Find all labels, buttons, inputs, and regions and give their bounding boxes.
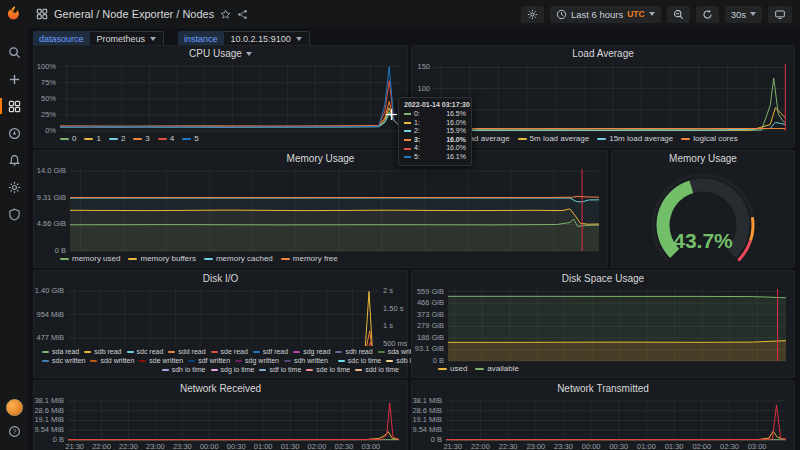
legend-series-color <box>335 351 342 353</box>
legend-item[interactable]: memory buffers <box>128 254 195 264</box>
legend-item[interactable]: sdf io time <box>259 365 301 374</box>
memory-usage-chart[interactable]: 0 B4.66 GiB9.31 GiB14.0 GiB21:3022:0022:… <box>34 166 607 253</box>
legend-series-label: 15m load average <box>609 134 673 144</box>
svg-text:?: ? <box>12 428 16 435</box>
sidebar-item-explore[interactable] <box>0 123 28 143</box>
legend-item[interactable]: 3 <box>133 134 149 144</box>
panel-title[interactable]: Memory Usage <box>34 151 607 166</box>
legend-series-color <box>42 360 49 362</box>
sidebar-item-help[interactable]: ? <box>8 424 21 442</box>
sidebar-item-alerting[interactable] <box>0 150 28 170</box>
user-avatar[interactable] <box>6 399 23 416</box>
legend-item[interactable]: sdh io time <box>162 365 206 374</box>
sidebar-item-dashboards[interactable] <box>0 96 28 116</box>
legend-series-color <box>60 138 69 140</box>
sidebar-item-search[interactable] <box>0 42 28 62</box>
legend-item[interactable]: sdf written <box>188 356 230 365</box>
breadcrumb[interactable]: General / Node Exporter / Nodes <box>36 8 248 20</box>
time-range-label: Last 6 hours <box>571 9 623 20</box>
legend-item[interactable]: memory used <box>60 254 120 264</box>
legend-series-color <box>128 258 137 260</box>
legend-item[interactable]: 1 <box>84 134 100 144</box>
timezone-label: UTC <box>627 9 644 19</box>
panel-title[interactable]: CPU Usage <box>34 46 407 61</box>
tooltip-series-row: 4:16.0% <box>404 144 466 153</box>
legend-series-color <box>182 138 191 140</box>
network-received-chart[interactable]: 0 B9.54 MiB19.1 MiB28.6 MiB38.1 MiB21:30… <box>34 396 407 450</box>
legend-item[interactable]: 0 <box>60 134 76 144</box>
share-icon[interactable] <box>237 9 248 20</box>
cycle-view-button[interactable] <box>768 6 792 23</box>
panel-network-transmitted: Network Transmitted 0 B9.54 MiB19.1 MiB2… <box>411 380 795 450</box>
legend-item[interactable]: sde written <box>139 356 183 365</box>
legend-item[interactable]: sdd io time <box>355 365 399 374</box>
gauge-value: 43.7% <box>612 229 794 253</box>
cpu-usage-chart[interactable]: 0%25%50%75%100%21:3022:0022:3023:0023:30… <box>34 61 407 133</box>
time-range-picker[interactable]: Last 6 hours UTC <box>550 6 661 23</box>
network-transmitted-chart[interactable]: 0 B9.54 MiB19.1 MiB28.6 MiB38.1 MiB21:30… <box>412 396 794 450</box>
grafana-logo[interactable] <box>0 0 28 28</box>
star-icon[interactable] <box>220 9 231 20</box>
legend-item[interactable]: sdd read <box>168 347 205 356</box>
panel-disk-io: Disk I/O 0 B477 MiB954 MiB1.40 GiB21:302… <box>33 270 408 378</box>
legend-item[interactable]: sde read <box>211 347 248 356</box>
legend-item[interactable]: sdc written <box>42 356 85 365</box>
panel-title[interactable]: Disk Space Usage <box>412 271 794 286</box>
panel-memory-usage-graph: Memory Usage 0 B4.66 GiB9.31 GiB14.0 GiB… <box>33 150 608 268</box>
legend-item[interactable]: 15m load average <box>597 134 673 144</box>
legend-item[interactable]: 5m load average <box>518 134 590 144</box>
legend-item[interactable]: memory cached <box>204 254 273 264</box>
legend-series-color <box>139 360 146 362</box>
legend-item[interactable]: used <box>438 364 467 374</box>
sidebar-item-server-admin[interactable] <box>0 204 28 224</box>
zoom-out-time-button[interactable] <box>667 6 690 23</box>
legend-series-color <box>475 368 484 370</box>
legend-series-color <box>293 351 300 353</box>
legend-item[interactable]: sdf read <box>253 347 288 356</box>
legend-series-label: sdf io time <box>269 365 301 374</box>
panel-memory-usage-gauge: Memory Usage 43.7% <box>611 150 795 268</box>
legend-series-label: sdh written <box>294 356 328 365</box>
legend-series-color <box>211 351 218 353</box>
refresh-button[interactable] <box>696 6 719 23</box>
panel-title[interactable]: Network Received <box>34 381 407 396</box>
legend-item[interactable]: sdh read <box>335 347 372 356</box>
legend-series-label: sdh io time <box>172 365 206 374</box>
refresh-interval-picker[interactable]: 30s <box>725 6 762 23</box>
legend-series-color <box>84 351 91 353</box>
legend-item[interactable]: 4 <box>158 134 174 144</box>
disk-space-usage-chart[interactable]: 0 B93.1 GiB186 GiB279 GiB373 GiB466 GiB5… <box>412 286 794 363</box>
legend-series-color <box>127 351 134 353</box>
legend-series-color <box>597 138 606 140</box>
legend-item[interactable]: sdg io time <box>211 365 255 374</box>
legend-item[interactable]: sdg read <box>293 347 330 356</box>
legend-item[interactable]: logical cores <box>681 134 737 144</box>
panel-title[interactable]: Disk I/O <box>34 271 407 286</box>
disk-io-chart[interactable]: 0 B477 MiB954 MiB1.40 GiB21:3022:0022:30… <box>34 286 407 346</box>
legend-series-label: 5 <box>194 134 198 144</box>
legend-item[interactable]: memory free <box>281 254 338 264</box>
legend-item[interactable]: 5 <box>182 134 198 144</box>
legend-item[interactable]: 2 <box>109 134 125 144</box>
panel-title[interactable]: Network Transmitted <box>412 381 794 396</box>
clock-icon <box>556 9 567 20</box>
legend-item[interactable]: sde io time <box>306 365 350 374</box>
legend-series-label: sdg read <box>303 347 330 356</box>
legend-item[interactable]: sda read <box>42 347 79 356</box>
panel-title[interactable]: Memory Usage <box>612 151 794 166</box>
legend-item[interactable]: sdc io time <box>338 356 381 365</box>
legend-series-label: sdf written <box>198 356 230 365</box>
sidebar-item-create[interactable] <box>0 69 28 89</box>
legend-item[interactable]: available <box>475 364 519 374</box>
panel-title[interactable]: Load Average <box>412 46 794 61</box>
legend-item[interactable]: sdb read <box>84 347 121 356</box>
legend-item[interactable]: sdh written <box>284 356 328 365</box>
legend-item[interactable]: sdg written <box>235 356 279 365</box>
legend-series-label: 1 <box>96 134 100 144</box>
legend-series-color <box>281 258 290 260</box>
dashboard-settings-button[interactable] <box>521 6 544 23</box>
legend-series-color <box>60 258 69 260</box>
legend-item[interactable]: sdd written <box>90 356 134 365</box>
legend-item[interactable]: sdc read <box>127 347 164 356</box>
sidebar-item-configuration[interactable] <box>0 177 28 197</box>
